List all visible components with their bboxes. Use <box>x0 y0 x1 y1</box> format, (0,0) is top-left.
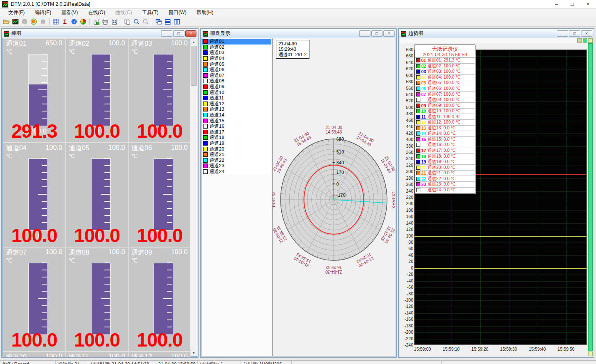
gauge-tick <box>167 111 172 111</box>
channel-list-item[interactable]: 通道22 <box>202 157 271 163</box>
disk-maximize-button[interactable]: □ <box>371 30 382 37</box>
bar-minimize-button[interactable]: – <box>161 30 172 37</box>
gauge-tick <box>167 158 172 159</box>
channel-list-pane: 通道01通道02通道03通道04通道05通道06通道07通道08通道09通道10… <box>202 38 273 356</box>
channel-list-item[interactable]: 通道13 <box>202 106 271 112</box>
toolbar-print-icon[interactable] <box>101 18 109 26</box>
disk-window-title: 圆盘显示 <box>210 30 230 37</box>
channel-value: 100.0 <box>66 120 128 142</box>
channel-list-item[interactable]: 通道12 <box>202 101 271 107</box>
channel-color-swatch <box>203 73 208 78</box>
channel-list-item[interactable]: 通道20 <box>202 146 271 152</box>
channel-list-item[interactable]: 通道07 <box>202 73 271 79</box>
channel-list-item[interactable]: 通道14 <box>202 112 271 118</box>
menu-item-6[interactable]: 工具(T) <box>137 8 163 17</box>
bar-gauge-cell: 通道08100.0℃0.0100.0 <box>66 248 128 351</box>
x-tick-label: 15:59:30 <box>497 347 520 352</box>
bar-close-button[interactable]: × <box>185 30 196 37</box>
channel-list-item[interactable]: 通道03 <box>202 50 271 56</box>
bar-maximize-button[interactable]: □ <box>173 30 184 37</box>
gauge-tick <box>42 186 47 187</box>
channel-label: 通道24 <box>209 168 224 175</box>
toolbar-record-icon[interactable] <box>30 18 38 26</box>
hscroll-button[interactable] <box>583 38 587 43</box>
disk-minimize-button[interactable]: – <box>359 30 370 37</box>
channel-list-item[interactable]: 通道15 <box>202 118 271 124</box>
disk-close-button[interactable]: × <box>383 30 395 37</box>
gauge-tick <box>104 277 110 277</box>
y-tick-label: 300 <box>400 169 413 174</box>
gauge-tick <box>104 82 110 83</box>
toolbar-table-icon[interactable] <box>52 18 60 26</box>
toolbar-tile-horizontal-icon[interactable] <box>164 18 172 26</box>
scroll-thumb[interactable] <box>191 46 197 86</box>
unit-label: ℃ <box>131 48 138 55</box>
trend-minimize-button[interactable]: – <box>557 30 568 37</box>
channel-list-item[interactable]: 通道17 <box>202 129 271 135</box>
channel-list-item[interactable]: 通道06 <box>202 67 271 73</box>
unit-label: ℃ <box>69 153 75 159</box>
legend-row: 23通道23: 0.0 ℃ <box>415 182 475 188</box>
close-button[interactable]: × <box>580 0 596 9</box>
gauge-tick <box>104 270 110 270</box>
x-tick-label: 15:59:40 <box>526 347 549 352</box>
bar-window-scrollbar[interactable]: ▲ ▼ <box>190 38 197 356</box>
channel-list-item[interactable]: 通道09 <box>202 84 271 90</box>
toolbar-copy-icon[interactable] <box>123 18 132 26</box>
channel-list-item[interactable]: 通道02 <box>202 45 271 50</box>
channel-list-item[interactable]: 通道10 <box>202 89 271 95</box>
legend-row: 02通道02: 100.0 ℃ <box>415 64 475 69</box>
channel-list-item[interactable]: 通道18 <box>202 135 271 141</box>
menu-item-1[interactable]: 文件(F) <box>3 8 30 17</box>
menu-item-4[interactable]: 在线(O) <box>83 8 110 17</box>
channel-list-item[interactable]: 通道04 <box>202 56 271 62</box>
menu-item-2[interactable]: 编辑(E) <box>30 8 56 17</box>
toolbar-open-icon[interactable] <box>2 18 10 26</box>
y-tick-label: 560 <box>400 86 413 91</box>
hscroll-button[interactable] <box>577 38 582 43</box>
channel-list-item[interactable]: 通道08 <box>202 78 271 84</box>
channel-list-item[interactable]: 通道21 <box>202 152 271 158</box>
trend-vertical-scrollbar[interactable] <box>588 38 593 357</box>
scroll-down-icon[interactable]: ▼ <box>190 349 197 356</box>
gauge-tick <box>167 312 172 313</box>
toolbar-pie-icon[interactable] <box>79 18 87 26</box>
gauge-tick <box>104 319 110 320</box>
channel-list-item[interactable]: 通道01 <box>202 39 271 45</box>
toolbar-chart-file-icon[interactable] <box>11 18 20 26</box>
trend-close-button[interactable]: × <box>581 30 592 37</box>
menu-item-7[interactable]: 窗口(W) <box>164 8 191 17</box>
toolbar-export-icon[interactable] <box>92 18 100 26</box>
trend-horizontal-scrollbar[interactable] <box>400 38 588 43</box>
vscroll-button[interactable] <box>588 352 593 356</box>
channel-list-item[interactable]: 通道23 <box>202 163 271 169</box>
toolbar-tile-vertical-icon[interactable] <box>173 18 181 26</box>
vscroll-thumb[interactable] <box>588 43 593 351</box>
toolbar-info-icon[interactable]: i <box>70 18 78 26</box>
menu-item-3[interactable]: 查看(V) <box>56 8 83 17</box>
toolbar-preview-icon[interactable] <box>110 18 119 26</box>
gauge-tick <box>167 319 172 320</box>
channel-list-item[interactable]: 通道24 <box>202 169 271 175</box>
legend-color-swatch <box>416 177 420 181</box>
y-tick-label: 60 <box>400 246 413 251</box>
scroll-up-icon[interactable]: ▲ <box>190 38 197 45</box>
legend-row: 06通道06: 100.0 ℃ <box>415 86 475 92</box>
channel-color-swatch <box>203 113 208 117</box>
bar-gauge-fill <box>154 54 173 126</box>
legend-row: 24通道24: 0.0 ℃ <box>415 188 475 193</box>
gauge-tick <box>101 298 110 299</box>
vscroll-button[interactable] <box>588 38 593 43</box>
toolbar-sigma-icon[interactable]: Σ <box>61 18 69 26</box>
channel-list-item[interactable]: 通道16 <box>202 124 271 129</box>
toolbar-cascade-icon[interactable] <box>154 18 163 26</box>
menu-item-8[interactable]: 帮助(H) <box>191 8 219 17</box>
trend-maximize-button[interactable]: □ <box>569 30 580 37</box>
channel-list-item[interactable]: 通道19 <box>202 141 271 146</box>
channel-list-item[interactable]: 通道05 <box>202 61 271 67</box>
maximize-button[interactable]: □ <box>564 0 580 9</box>
minimize-button[interactable]: – <box>549 0 564 9</box>
gauge-tick <box>163 194 172 195</box>
toolbar-zoom-icon[interactable] <box>132 18 141 26</box>
channel-list-item[interactable]: 通道11 <box>202 95 271 101</box>
